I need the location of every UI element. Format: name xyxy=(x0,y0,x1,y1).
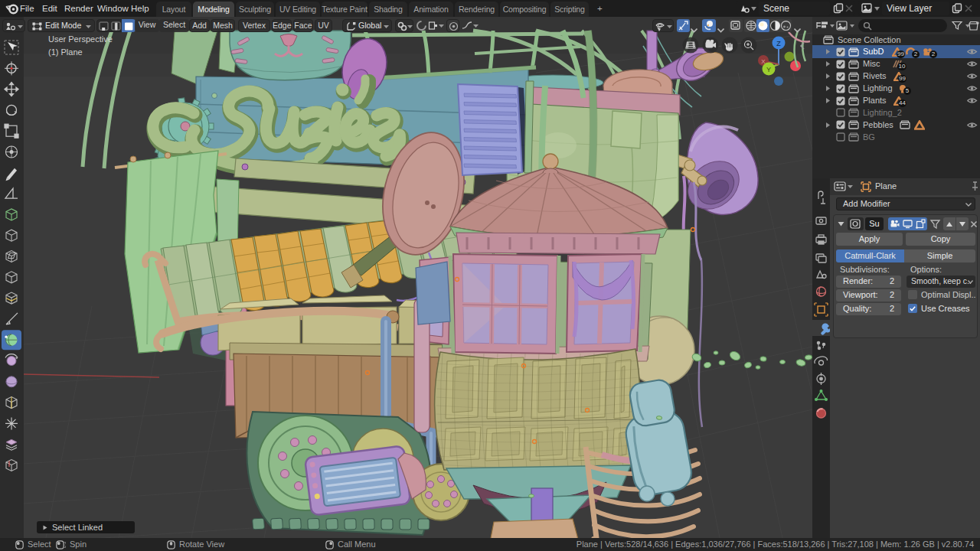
svg-text:Z: Z xyxy=(776,40,781,47)
svg-text:Y: Y xyxy=(766,66,771,73)
